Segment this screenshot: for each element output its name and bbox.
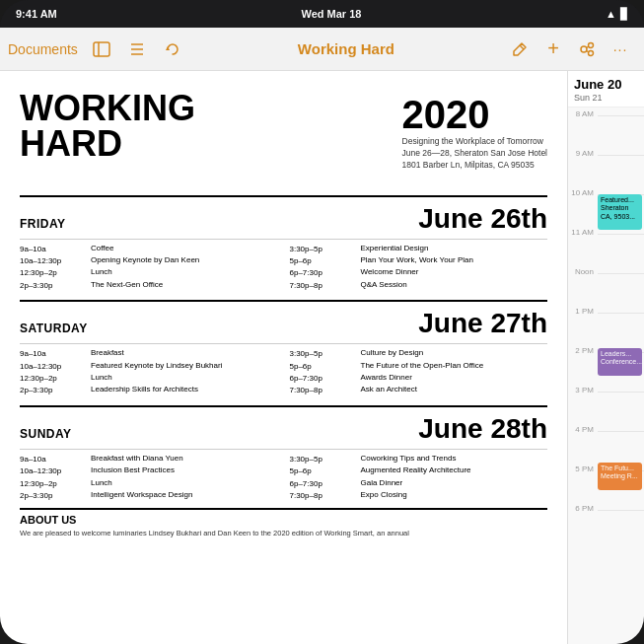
documents-button[interactable]: Documents bbox=[8, 41, 78, 57]
cal-event[interactable]: Featured... Sheraton CA, 9503... bbox=[598, 194, 642, 230]
status-bar: 9:41 AM Wed Mar 18 ▲ ▊ bbox=[0, 0, 644, 28]
schedule-row: 5p–6pAugmented Reality Architecture bbox=[290, 465, 548, 475]
schedule-row: 7:30p–8pQ&A Session bbox=[290, 280, 548, 290]
svg-point-9 bbox=[589, 50, 594, 55]
cal-time-row: 1 PM bbox=[568, 305, 644, 344]
day-header-row: FRIDAYJune 26th bbox=[20, 203, 547, 235]
schedule-event: Ask an Architect bbox=[361, 385, 548, 394]
day-label: FRIDAY bbox=[20, 217, 66, 231]
schedule-row: 2p–3:30pThe Next-Gen Office bbox=[20, 280, 278, 290]
more-button[interactable]: ··· bbox=[605, 34, 636, 65]
cal-time-label: 8 AM bbox=[568, 107, 598, 147]
doc-title-line1: WORKING bbox=[20, 91, 195, 126]
cal-time-label: 6 PM bbox=[568, 502, 598, 541]
schedule-time: 6p–7:30p bbox=[290, 373, 359, 383]
schedule-row: 2p–3:30pIntelligent Workspace Design bbox=[20, 490, 278, 500]
list-view-button[interactable] bbox=[121, 34, 153, 65]
toolbar: Documents Working Hard bbox=[0, 28, 644, 71]
schedule-row: 7:30p–8pExpo Closing bbox=[290, 490, 548, 500]
schedule-row: 9a–10aBreakfast bbox=[20, 348, 278, 358]
schedule-event: Augmented Reality Architecture bbox=[361, 465, 548, 475]
about-label: ABOUT US bbox=[20, 514, 547, 526]
svg-point-8 bbox=[589, 42, 594, 47]
cal-month-year: June 20 bbox=[574, 77, 621, 92]
day-section: FRIDAYJune 26th9a–10aCoffee10a–12:30pOpe… bbox=[20, 195, 547, 293]
subtitle-line1: Designing the Workplace of Tomorrow bbox=[402, 136, 547, 148]
about-text: We are pleased to welcome luminaries Lin… bbox=[20, 529, 547, 539]
schedule-time: 12:30p–2p bbox=[20, 478, 89, 488]
svg-rect-0 bbox=[94, 42, 109, 56]
status-icons: ▲ ▊ bbox=[606, 8, 628, 21]
schedule-row: 7:30p–8pAsk an Architect bbox=[290, 385, 548, 394]
add-button[interactable]: + bbox=[537, 34, 569, 65]
schedule-event: Q&A Session bbox=[361, 280, 548, 290]
doc-title-line2: HARD bbox=[20, 126, 195, 162]
schedule-event: Breakfast bbox=[91, 348, 278, 358]
cal-time-label: 2 PM bbox=[568, 344, 598, 384]
schedule-time: 3:30p–5p bbox=[290, 454, 359, 464]
doc-year: 2020 bbox=[402, 95, 547, 134]
schedule-time: 2p–3:30p bbox=[20, 385, 89, 394]
schedule-time: 7:30p–8p bbox=[290, 280, 359, 290]
schedule-event: Coffee bbox=[91, 244, 278, 253]
svg-line-10 bbox=[587, 46, 590, 48]
schedule-row: 3:30p–5pCoworking Tips and Trends bbox=[290, 454, 548, 464]
cal-time-label: 11 AM bbox=[568, 226, 598, 265]
sidebar-toggle-button[interactable] bbox=[86, 34, 117, 65]
svg-line-11 bbox=[587, 50, 590, 52]
cal-event[interactable]: The Futu... Meeting R... bbox=[598, 463, 642, 490]
schedule-event: Featured Keynote by Lindsey Bukhari bbox=[91, 361, 278, 371]
schedule-event: The Next-Gen Office bbox=[91, 280, 278, 290]
calendar-sidebar: June 20 Sun 21 8 AM9 AM10 AM11 AMNoon1 P… bbox=[567, 71, 644, 644]
cal-time-label: 9 AM bbox=[568, 147, 598, 186]
cal-time-label: 1 PM bbox=[568, 305, 598, 344]
schedule-event: Lunch bbox=[91, 373, 278, 383]
schedule-row: 10a–12:30pOpening Keynote by Dan Keen bbox=[20, 255, 278, 265]
schedule-event: Leadership Skills for Architects bbox=[91, 385, 278, 394]
subtitle-line3: 1801 Barber Ln, Milpitas, CA 95035 bbox=[402, 160, 547, 172]
schedule-grid: 9a–10aBreakfast10a–12:30pFeatured Keynot… bbox=[20, 348, 547, 397]
status-date: Wed Mar 18 bbox=[301, 8, 361, 20]
schedule-time: 10a–12:30p bbox=[20, 361, 89, 371]
doc-header-right: 2020 Designing the Workplace of Tomorrow… bbox=[402, 91, 547, 172]
date-large: June 28th bbox=[418, 413, 547, 445]
schedule-row: 12:30p–2pLunch bbox=[20, 267, 278, 277]
device-frame: 9:41 AM Wed Mar 18 ▲ ▊ Documents bbox=[0, 0, 644, 644]
doc-header: WORKING HARD 2020 Designing the Workplac… bbox=[20, 91, 547, 179]
schedule-time: 2p–3:30p bbox=[20, 490, 89, 500]
undo-button[interactable] bbox=[157, 34, 188, 65]
schedule-event: Welcome Dinner bbox=[361, 267, 548, 277]
schedule-row: 5p–6pThe Future of the Open-Plan Office bbox=[290, 361, 548, 371]
main-area: WORKING HARD 2020 Designing the Workplac… bbox=[0, 71, 644, 644]
schedule-time: 12:30p–2p bbox=[20, 267, 89, 277]
share-button[interactable] bbox=[571, 34, 603, 65]
cal-time-label: Noon bbox=[568, 265, 598, 305]
schedule-row: 6p–7:30pGala Dinner bbox=[290, 478, 548, 488]
brush-icon[interactable] bbox=[504, 34, 536, 65]
cal-time-row: 8 AM bbox=[568, 107, 644, 147]
schedule-event: Plan Your Work, Work Your Plan bbox=[361, 255, 548, 265]
schedule-event: Awards Dinner bbox=[361, 373, 548, 383]
day-header-row: SATURDAYJune 27th bbox=[20, 308, 547, 339]
svg-point-7 bbox=[581, 46, 587, 52]
schedule-event: Opening Keynote by Dan Keen bbox=[91, 255, 278, 265]
schedule-event: Breakfast with Diana Yuen bbox=[91, 454, 278, 464]
cal-time-row: 11 AM bbox=[568, 226, 644, 265]
schedule-row: 5p–6pPlan Your Work, Work Your Plan bbox=[290, 255, 548, 265]
schedule-event: Lunch bbox=[91, 267, 278, 277]
doc-subtitle: Designing the Workplace of Tomorrow June… bbox=[402, 136, 547, 172]
schedule-row: 9a–10aCoffee bbox=[20, 244, 278, 253]
status-time: 9:41 AM bbox=[16, 8, 57, 20]
day-section: SATURDAYJune 27th9a–10aBreakfast10a–12:3… bbox=[20, 300, 547, 397]
schedule-event: Lunch bbox=[91, 478, 278, 488]
cal-time-area: 8 AM9 AM10 AM11 AMNoon1 PM2 PM3 PM4 PM5 … bbox=[568, 107, 644, 541]
day-header-row: SUNDAYJune 28th bbox=[20, 413, 547, 445]
schedule-row: 10a–12:30pFeatured Keynote by Lindsey Bu… bbox=[20, 361, 278, 371]
battery-icon: ▊ bbox=[620, 8, 628, 21]
cal-time-row: 4 PM bbox=[568, 423, 644, 463]
day-label: SATURDAY bbox=[20, 322, 88, 335]
schedule-time: 5p–6p bbox=[290, 361, 359, 371]
about-section: ABOUT US We are pleased to welcome lumin… bbox=[20, 508, 547, 539]
cal-event[interactable]: Leaders... Conference... bbox=[598, 348, 642, 376]
schedule-row: 3:30p–5pExperiential Design bbox=[290, 244, 548, 253]
